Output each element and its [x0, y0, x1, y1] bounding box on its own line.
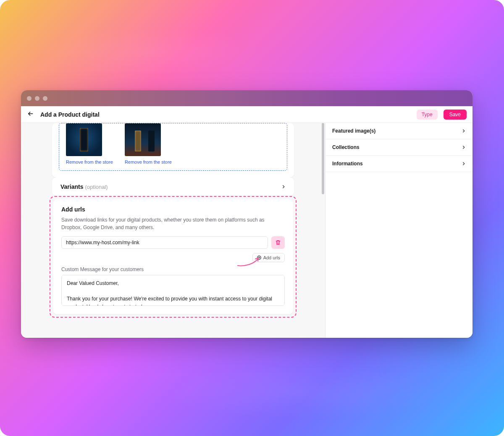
message-label: Custom Message for your customers — [61, 266, 285, 272]
chevron-right-icon — [462, 145, 466, 149]
url-row — [61, 236, 285, 249]
sidebar-item-informations[interactable]: Informations — [326, 156, 472, 172]
urls-heading: Add urls — [61, 206, 285, 213]
variants-card[interactable]: Variants (optional) — [52, 178, 294, 196]
chevron-right-icon — [462, 129, 466, 133]
sidebar-item-label: Featured image(s) — [332, 128, 375, 134]
sidebar-item-label: Collections — [332, 144, 360, 150]
urls-description: Save download links for your digital pro… — [61, 216, 285, 231]
highlight-box: Add urls Save download links for your di… — [50, 196, 297, 318]
window-close-dot[interactable] — [27, 96, 32, 101]
scrollbar[interactable] — [322, 123, 324, 194]
save-button[interactable]: Save — [444, 110, 467, 120]
browser-window: Add a Product digital Type Save Remove f… — [21, 90, 472, 338]
content-area: Remove from the store Remove from the st… — [21, 123, 472, 338]
chevron-right-icon — [281, 185, 286, 189]
message-textarea[interactable] — [61, 275, 285, 306]
main-column: Remove from the store Remove from the st… — [21, 123, 325, 338]
sidebar-item-featured-images[interactable]: Featured image(s) — [326, 123, 472, 139]
sidebar-item-label: Informations — [332, 161, 363, 167]
add-url-label: Add urls — [263, 255, 280, 260]
trash-icon — [275, 240, 281, 245]
thumbnail[interactable] — [66, 123, 102, 156]
page-toolbar: Add a Product digital Type Save — [21, 106, 472, 123]
product-image-1: Remove from the store — [66, 123, 113, 164]
delete-url-button[interactable] — [271, 236, 285, 249]
images-card: Remove from the store Remove from the st… — [52, 123, 294, 178]
chevron-right-icon — [462, 162, 466, 166]
type-button[interactable]: Type — [417, 110, 438, 120]
urls-card: Add urls Save download links for your di… — [53, 199, 293, 314]
page-title: Add a Product digital — [40, 111, 100, 118]
sidebar: Featured image(s) Collections Informatio… — [326, 123, 472, 338]
plus-circle-icon — [257, 256, 261, 260]
window-minimize-dot[interactable] — [35, 96, 39, 101]
titlebar — [21, 90, 472, 106]
product-image-2: Remove from the store — [125, 123, 172, 164]
remove-image-link[interactable]: Remove from the store — [66, 159, 113, 164]
back-arrow-icon[interactable] — [27, 110, 34, 119]
url-input[interactable] — [61, 236, 268, 249]
thumbnail[interactable] — [125, 123, 161, 156]
sidebar-item-collections[interactable]: Collections — [326, 139, 472, 156]
window-maximize-dot[interactable] — [43, 96, 47, 101]
background: Add a Product digital Type Save Remove f… — [0, 0, 504, 436]
variants-optional: (optional) — [85, 184, 108, 190]
remove-image-link[interactable]: Remove from the store — [125, 159, 172, 164]
add-url-button[interactable]: Add urls — [252, 253, 285, 262]
variants-label: Variants — [60, 183, 83, 190]
image-dropzone[interactable]: Remove from the store Remove from the st… — [59, 123, 287, 171]
